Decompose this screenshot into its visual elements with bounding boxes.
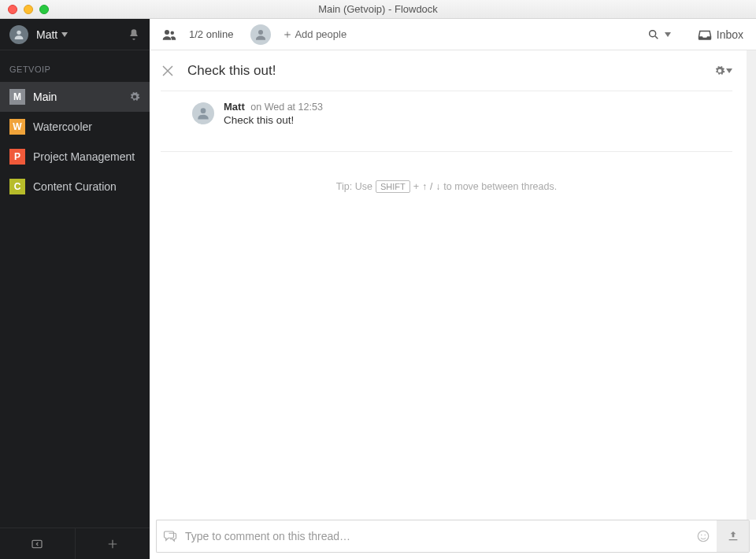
search-button[interactable] <box>647 28 671 41</box>
channel-avatar: C <box>9 179 25 194</box>
sidebar: Matt GETVOIP M Main W Watercooler P Proj… <box>0 19 150 559</box>
message-body: Check this out! <box>224 114 323 126</box>
upload-icon <box>727 530 739 542</box>
main-panel: 1/2 online Add people Inbox <box>150 19 756 559</box>
channel-settings-button[interactable] <box>129 91 140 102</box>
channel-avatar: W <box>9 119 25 135</box>
thread-tip: Tip: Use SHIFT + ↑/↓ to move between thr… <box>161 180 732 193</box>
channel-label: Watercooler <box>33 120 92 133</box>
inbox-button[interactable]: Inbox <box>698 28 743 41</box>
message-time: on Wed at 12:53 <box>250 102 323 113</box>
inbox-label: Inbox <box>717 28 743 41</box>
shift-key: SHIFT <box>376 180 410 193</box>
channel-avatar: M <box>9 89 25 105</box>
thread-settings-button[interactable] <box>714 65 732 76</box>
add-people-label: Add people <box>295 28 346 40</box>
online-count[interactable]: 1/2 online <box>189 28 233 40</box>
svg-point-2 <box>165 30 169 35</box>
window-title: Main (Getvoip) - Flowdock <box>0 3 756 15</box>
current-user-menu[interactable]: Matt <box>0 19 150 50</box>
collapse-sidebar-button[interactable] <box>0 528 75 559</box>
chat-icon <box>163 530 177 542</box>
caret-down-icon <box>665 32 671 37</box>
caret-down-icon <box>726 68 732 73</box>
search-icon <box>647 28 660 41</box>
arrow-down-icon: ↓ <box>435 181 440 192</box>
caret-down-icon <box>61 32 68 37</box>
message-author: Matt <box>224 101 245 113</box>
svg-point-6 <box>201 108 206 113</box>
composer <box>156 520 717 553</box>
composer-input[interactable] <box>185 530 688 542</box>
avatar-icon <box>192 102 214 124</box>
emoji-button[interactable] <box>696 529 710 543</box>
svg-point-0 <box>17 30 20 34</box>
svg-point-5 <box>649 30 655 36</box>
thread-view: Check this out! Matt on Wed at 12:53 <box>150 50 756 520</box>
org-label: GETVOIP <box>0 50 150 82</box>
close-thread-button[interactable] <box>161 64 183 78</box>
sidebar-item-watercooler[interactable]: W Watercooler <box>0 112 150 142</box>
sidebar-item-main[interactable]: M Main <box>0 82 150 112</box>
svg-point-4 <box>258 30 263 35</box>
notifications-button[interactable] <box>128 28 140 41</box>
inbox-icon <box>698 29 712 40</box>
avatar-icon[interactable] <box>250 24 271 45</box>
current-user-name: Matt <box>36 28 57 41</box>
sidebar-item-project-management[interactable]: P Project Management <box>0 142 150 172</box>
svg-point-9 <box>705 535 706 536</box>
arrow-up-icon: ↑ <box>422 181 427 192</box>
svg-point-7 <box>698 531 709 542</box>
sidebar-item-content-curation[interactable]: C Content Curation <box>0 172 150 202</box>
add-people-button[interactable]: Add people <box>284 28 346 40</box>
message-row: Matt on Wed at 12:53 Check this out! <box>192 101 732 126</box>
tip-text: / <box>430 181 432 192</box>
channel-avatar: P <box>9 149 25 165</box>
gear-icon <box>714 65 725 76</box>
svg-point-8 <box>701 535 702 536</box>
thread-title: Check this out! <box>187 63 714 79</box>
channel-label: Main <box>33 91 57 103</box>
add-button[interactable] <box>75 528 150 559</box>
channel-label: Project Management <box>33 150 135 163</box>
plus-icon <box>284 31 291 39</box>
svg-point-3 <box>171 31 175 35</box>
topbar: 1/2 online Add people Inbox <box>150 19 756 50</box>
channel-label: Content Curation <box>33 180 117 193</box>
avatar-icon <box>9 25 28 44</box>
tip-text: Tip: Use <box>336 181 372 192</box>
tip-text: + <box>413 181 419 192</box>
tip-text: to move between threads. <box>443 181 557 192</box>
upload-button[interactable] <box>717 520 750 553</box>
people-icon <box>162 29 176 40</box>
window-titlebar: Main (Getvoip) - Flowdock <box>0 0 756 19</box>
